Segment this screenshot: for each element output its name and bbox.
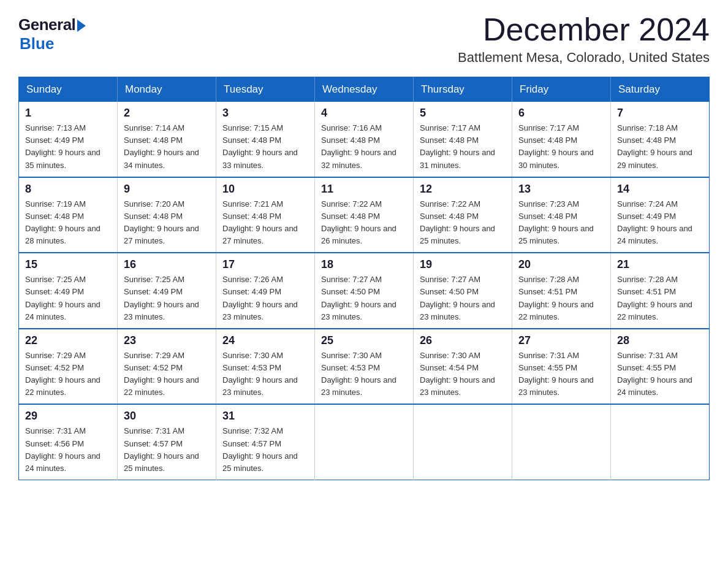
day-number: 11	[321, 183, 407, 196]
day-info: Sunrise: 7:22 AMSunset: 4:48 PMDaylight:…	[321, 198, 407, 248]
day-info: Sunrise: 7:23 AMSunset: 4:48 PMDaylight:…	[518, 198, 604, 248]
calendar-cell: 25Sunrise: 7:30 AMSunset: 4:53 PMDayligh…	[315, 329, 414, 405]
day-info: Sunrise: 7:28 AMSunset: 4:51 PMDaylight:…	[518, 274, 604, 323]
day-info: Sunrise: 7:31 AMSunset: 4:57 PMDaylight:…	[124, 425, 210, 475]
day-number: 8	[25, 183, 111, 196]
day-info: Sunrise: 7:26 AMSunset: 4:49 PMDaylight:…	[222, 274, 308, 323]
calendar-cell: 20Sunrise: 7:28 AMSunset: 4:51 PMDayligh…	[512, 253, 611, 329]
calendar-cell: 11Sunrise: 7:22 AMSunset: 4:48 PMDayligh…	[315, 177, 414, 253]
day-number: 22	[25, 334, 111, 347]
day-number: 31	[222, 410, 308, 423]
day-number: 4	[321, 107, 407, 120]
calendar-cell: 13Sunrise: 7:23 AMSunset: 4:48 PMDayligh…	[512, 177, 611, 253]
weekday-header-monday: Monday	[118, 77, 216, 102]
day-info: Sunrise: 7:30 AMSunset: 4:53 PMDaylight:…	[222, 350, 308, 399]
day-number: 9	[124, 183, 210, 196]
day-info: Sunrise: 7:27 AMSunset: 4:50 PMDaylight:…	[321, 274, 407, 323]
calendar-week-row: 15Sunrise: 7:25 AMSunset: 4:49 PMDayligh…	[19, 253, 710, 329]
calendar-cell: 18Sunrise: 7:27 AMSunset: 4:50 PMDayligh…	[315, 253, 414, 329]
day-info: Sunrise: 7:30 AMSunset: 4:54 PMDaylight:…	[420, 350, 506, 399]
calendar-cell: 21Sunrise: 7:28 AMSunset: 4:51 PMDayligh…	[611, 253, 710, 329]
calendar-cell: 19Sunrise: 7:27 AMSunset: 4:50 PMDayligh…	[414, 253, 512, 329]
logo-general-text: General	[18, 15, 75, 34]
day-number: 2	[124, 107, 210, 120]
calendar-cell: 2Sunrise: 7:14 AMSunset: 4:48 PMDaylight…	[118, 102, 216, 177]
page-header: General Blue December 2024 Battlement Me…	[18, 12, 710, 66]
calendar-cell: 22Sunrise: 7:29 AMSunset: 4:52 PMDayligh…	[19, 329, 118, 405]
day-info: Sunrise: 7:17 AMSunset: 4:48 PMDaylight:…	[420, 122, 506, 172]
day-number: 27	[518, 334, 604, 347]
logo-blue-text: Blue	[20, 34, 54, 53]
day-number: 21	[617, 258, 703, 271]
calendar-table: SundayMondayTuesdayWednesdayThursdayFrid…	[18, 77, 710, 480]
day-number: 3	[222, 107, 308, 120]
day-info: Sunrise: 7:32 AMSunset: 4:57 PMDaylight:…	[222, 425, 308, 475]
day-info: Sunrise: 7:24 AMSunset: 4:49 PMDaylight:…	[617, 198, 703, 248]
title-section: December 2024 Battlement Mesa, Colorado,…	[458, 12, 710, 66]
day-number: 17	[222, 258, 308, 271]
day-info: Sunrise: 7:31 AMSunset: 4:55 PMDaylight:…	[617, 350, 703, 399]
weekday-header-row: SundayMondayTuesdayWednesdayThursdayFrid…	[19, 77, 710, 102]
calendar-cell: 26Sunrise: 7:30 AMSunset: 4:54 PMDayligh…	[414, 329, 512, 405]
calendar-cell	[315, 404, 414, 480]
day-number: 18	[321, 258, 407, 271]
calendar-cell: 30Sunrise: 7:31 AMSunset: 4:57 PMDayligh…	[118, 404, 216, 480]
day-number: 10	[222, 183, 308, 196]
weekday-header-sunday: Sunday	[19, 77, 118, 102]
weekday-header-wednesday: Wednesday	[315, 77, 414, 102]
calendar-cell: 10Sunrise: 7:21 AMSunset: 4:48 PMDayligh…	[216, 177, 315, 253]
calendar-cell: 23Sunrise: 7:29 AMSunset: 4:52 PMDayligh…	[118, 329, 216, 405]
day-number: 23	[124, 334, 210, 347]
calendar-cell: 1Sunrise: 7:13 AMSunset: 4:49 PMDaylight…	[19, 102, 118, 177]
day-info: Sunrise: 7:21 AMSunset: 4:48 PMDaylight:…	[222, 198, 308, 248]
day-number: 19	[420, 258, 506, 271]
day-info: Sunrise: 7:22 AMSunset: 4:48 PMDaylight:…	[420, 198, 506, 248]
day-info: Sunrise: 7:28 AMSunset: 4:51 PMDaylight:…	[617, 274, 703, 323]
calendar-cell: 7Sunrise: 7:18 AMSunset: 4:48 PMDaylight…	[611, 102, 710, 177]
day-info: Sunrise: 7:30 AMSunset: 4:53 PMDaylight:…	[321, 350, 407, 399]
calendar-cell: 15Sunrise: 7:25 AMSunset: 4:49 PMDayligh…	[19, 253, 118, 329]
day-info: Sunrise: 7:27 AMSunset: 4:50 PMDaylight:…	[420, 274, 506, 323]
calendar-cell: 5Sunrise: 7:17 AMSunset: 4:48 PMDaylight…	[414, 102, 512, 177]
calendar-cell: 6Sunrise: 7:17 AMSunset: 4:48 PMDaylight…	[512, 102, 611, 177]
calendar-cell: 17Sunrise: 7:26 AMSunset: 4:49 PMDayligh…	[216, 253, 315, 329]
day-number: 12	[420, 183, 506, 196]
calendar-cell: 29Sunrise: 7:31 AMSunset: 4:56 PMDayligh…	[19, 404, 118, 480]
calendar-week-row: 1Sunrise: 7:13 AMSunset: 4:49 PMDaylight…	[19, 102, 710, 177]
day-number: 7	[617, 107, 703, 120]
day-number: 25	[321, 334, 407, 347]
logo-arrow-icon	[77, 20, 86, 32]
day-info: Sunrise: 7:25 AMSunset: 4:49 PMDaylight:…	[25, 274, 111, 323]
day-info: Sunrise: 7:18 AMSunset: 4:48 PMDaylight:…	[617, 122, 703, 172]
day-number: 14	[617, 183, 703, 196]
day-info: Sunrise: 7:15 AMSunset: 4:48 PMDaylight:…	[222, 122, 308, 172]
month-title: December 2024	[458, 12, 710, 47]
day-number: 24	[222, 334, 308, 347]
calendar-cell: 28Sunrise: 7:31 AMSunset: 4:55 PMDayligh…	[611, 329, 710, 405]
calendar-cell: 16Sunrise: 7:25 AMSunset: 4:49 PMDayligh…	[118, 253, 216, 329]
day-number: 30	[124, 410, 210, 423]
day-info: Sunrise: 7:29 AMSunset: 4:52 PMDaylight:…	[25, 350, 111, 399]
calendar-cell: 4Sunrise: 7:16 AMSunset: 4:48 PMDaylight…	[315, 102, 414, 177]
calendar-cell	[611, 404, 710, 480]
calendar-cell: 8Sunrise: 7:19 AMSunset: 4:48 PMDaylight…	[19, 177, 118, 253]
day-info: Sunrise: 7:14 AMSunset: 4:48 PMDaylight:…	[124, 122, 210, 172]
calendar-cell	[512, 404, 611, 480]
day-number: 26	[420, 334, 506, 347]
weekday-header-thursday: Thursday	[414, 77, 512, 102]
day-number: 1	[25, 107, 111, 120]
day-number: 5	[420, 107, 506, 120]
calendar-week-row: 8Sunrise: 7:19 AMSunset: 4:48 PMDaylight…	[19, 177, 710, 253]
day-number: 6	[518, 107, 604, 120]
calendar-cell: 12Sunrise: 7:22 AMSunset: 4:48 PMDayligh…	[414, 177, 512, 253]
day-info: Sunrise: 7:25 AMSunset: 4:49 PMDaylight:…	[124, 274, 210, 323]
day-info: Sunrise: 7:17 AMSunset: 4:48 PMDaylight:…	[518, 122, 604, 172]
weekday-header-friday: Friday	[512, 77, 611, 102]
day-number: 16	[124, 258, 210, 271]
weekday-header-saturday: Saturday	[611, 77, 710, 102]
calendar-cell: 31Sunrise: 7:32 AMSunset: 4:57 PMDayligh…	[216, 404, 315, 480]
calendar-week-row: 22Sunrise: 7:29 AMSunset: 4:52 PMDayligh…	[19, 329, 710, 405]
calendar-cell: 24Sunrise: 7:30 AMSunset: 4:53 PMDayligh…	[216, 329, 315, 405]
day-info: Sunrise: 7:16 AMSunset: 4:48 PMDaylight:…	[321, 122, 407, 172]
day-number: 13	[518, 183, 604, 196]
